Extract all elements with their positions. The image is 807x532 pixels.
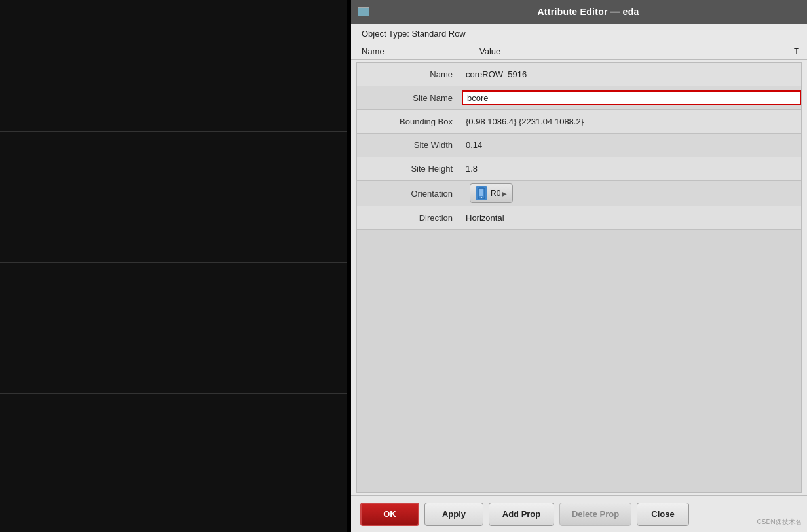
object-type-value: Standard Row <box>411 29 465 39</box>
orientation-value: R0 <box>491 189 500 198</box>
prop-label-name: Name <box>357 69 462 79</box>
bg-hline <box>0 131 347 132</box>
prop-row-site-width: Site Width 0.14 <box>357 134 801 157</box>
prop-row-direction: Direction Horizontal <box>357 206 801 230</box>
watermark: CSDN@技术名 <box>757 518 802 527</box>
object-type-row: Object Type: Standard Row <box>351 24 807 44</box>
orientation-arrow-icon: ▶ <box>502 190 507 197</box>
prop-value-site-height: 1.8 <box>462 161 801 176</box>
svg-rect-1 <box>479 189 483 196</box>
bg-hline <box>0 393 347 394</box>
orientation-button[interactable]: R0 ▶ <box>470 183 513 203</box>
add-prop-button[interactable]: Add Prop <box>489 503 554 526</box>
prop-label-direction: Direction <box>357 213 462 223</box>
button-bar: OK Apply Add Prop Delete Prop Close <box>351 495 807 532</box>
column-headers: Name Value T <box>351 44 807 60</box>
prop-row-bounding-box: Bounding Box {0.98 1086.4} {2231.04 1088… <box>357 110 801 134</box>
prop-row-orientation: Orientation R0 ▶ <box>357 181 801 206</box>
delete-prop-button[interactable]: Delete Prop <box>559 503 631 526</box>
col-header-value: Value <box>479 47 794 56</box>
window-icon <box>358 7 369 16</box>
close-button[interactable]: Close <box>637 503 689 526</box>
prop-label-site-name: Site Name <box>357 93 462 103</box>
prop-value-name: coreROW_5916 <box>462 67 801 82</box>
prop-row-site-height: Site Height 1.8 <box>357 157 801 181</box>
prop-value-direction: Horizontal <box>462 210 801 225</box>
prop-value-bounding-box: {0.98 1086.4} {2231.04 1088.2} <box>462 114 801 129</box>
col-header-name: Name <box>362 47 479 56</box>
bg-hline <box>0 328 347 328</box>
bg-hline <box>0 66 347 66</box>
title-bar: Attribute Editor — eda <box>351 0 807 24</box>
prop-label-site-width: Site Width <box>357 140 462 150</box>
col-header-t: T <box>794 47 807 56</box>
prop-value-site-width: 0.14 <box>462 138 801 153</box>
prop-label-bounding-box: Bounding Box <box>357 117 462 126</box>
ok-button[interactable]: OK <box>360 503 419 526</box>
bg-hline <box>0 262 347 263</box>
prop-row-site-name: Site Name <box>357 86 801 110</box>
bg-hline <box>0 459 347 459</box>
bg-hline <box>0 197 347 197</box>
svg-point-2 <box>481 197 482 198</box>
properties-container: Name coreROW_5916 Site Name Bounding Box… <box>356 62 802 493</box>
dialog-title: Attribute Editor — eda <box>376 7 800 17</box>
orientation-device-icon <box>476 186 487 200</box>
prop-label-orientation: Orientation <box>357 189 462 199</box>
attribute-editor-dialog: Attribute Editor — eda Object Type: Stan… <box>351 0 807 532</box>
prop-input-site-name[interactable] <box>462 90 801 105</box>
object-type-label: Object Type: <box>362 29 409 39</box>
prop-row-name: Name coreROW_5916 <box>357 63 801 86</box>
prop-value-orientation: R0 ▶ <box>462 181 801 206</box>
background-area <box>0 0 347 532</box>
apply-button[interactable]: Apply <box>424 503 483 526</box>
prop-label-site-height: Site Height <box>357 164 462 174</box>
